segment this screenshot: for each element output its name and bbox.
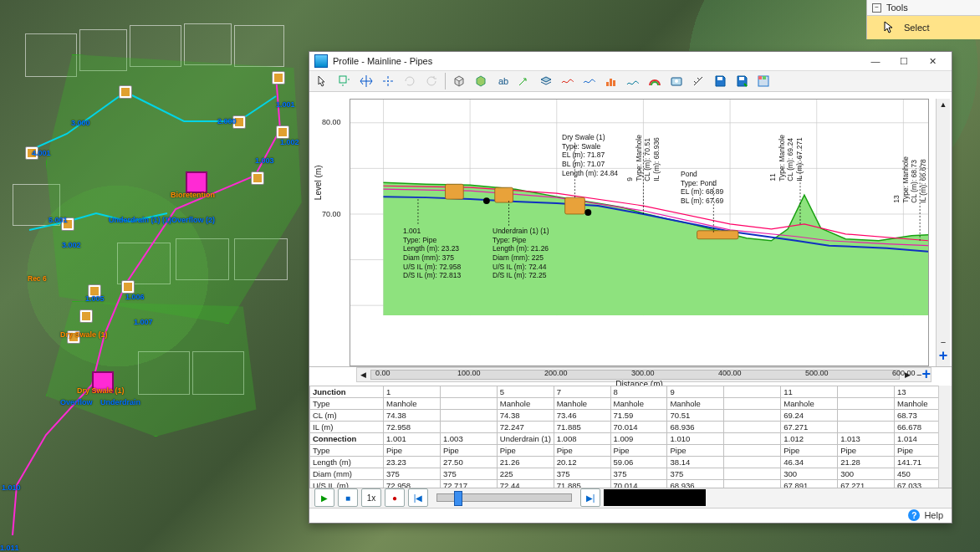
tools-panel: − Tools Select (866, 0, 980, 39)
zoom-out-icon[interactable]: − (941, 337, 946, 347)
zoom-extents-icon[interactable] (378, 71, 398, 91)
swc-label: Bioretention (171, 191, 215, 199)
time-slider[interactable] (436, 493, 572, 502)
svg-rect-11 (758, 76, 762, 79)
screenshot-icon[interactable] (666, 71, 687, 91)
step-forward-button[interactable]: ▶| (580, 488, 600, 507)
tool-select[interactable]: Select (867, 16, 980, 39)
close-button[interactable]: ✕ (918, 52, 947, 70)
node-label: 1.006 (125, 293, 145, 301)
help-label[interactable]: Help (924, 510, 943, 520)
save-as-icon[interactable] (732, 71, 752, 91)
measure-icon[interactable] (688, 71, 708, 91)
pipe-label: Overflow (2) (171, 216, 215, 224)
node-label: 1.010 (2, 483, 21, 492)
help-icon[interactable]: ? (908, 509, 920, 521)
svg-rect-5 (613, 80, 615, 86)
profile-chart[interactable]: 80.00 70.00 (350, 99, 929, 366)
node-label: 1.011 (0, 544, 19, 552)
node-label: 1.001 (276, 100, 295, 109)
svg-rect-27 (565, 197, 585, 214)
rainbow-icon[interactable] (645, 71, 665, 91)
pan-icon[interactable] (356, 71, 376, 91)
chart-vertical-scrollbar[interactable]: ▲ − + (936, 99, 950, 366)
svg-rect-26 (495, 187, 513, 202)
record-button[interactable]: ● (385, 488, 405, 507)
zoom-in-h-icon[interactable]: + (921, 365, 931, 383)
scroll-left-icon[interactable]: ◀ (357, 371, 369, 379)
x-tick: 200.00 (544, 369, 568, 377)
tools-title: Tools (886, 3, 908, 13)
connection-header: Connection (310, 432, 384, 444)
play-button[interactable]: ▶ (314, 488, 334, 507)
svg-rect-25 (446, 184, 464, 199)
help-bar: ? Help (309, 509, 952, 523)
annotation-manhole-11: 11 Type: Manhole CL (m): 69.24 IL (m): 6… (768, 135, 804, 181)
node-label: 5.001 (48, 216, 68, 224)
refresh-icon[interactable] (421, 71, 442, 91)
swc-label: Dry Swale (1) (77, 386, 125, 395)
app-icon (314, 54, 328, 68)
pipe-label: Underdrain (1) (1) (109, 216, 171, 224)
rotate-icon[interactable] (400, 71, 420, 91)
result-icon[interactable] (601, 71, 621, 91)
svg-rect-0 (339, 76, 346, 83)
svg-rect-28 (697, 231, 738, 239)
node-label: 1.005 (85, 294, 105, 303)
time-readout (604, 489, 706, 506)
node-label: 1.007 (134, 318, 153, 326)
svg-rect-8 (717, 77, 722, 80)
node-label: 4.001 (32, 149, 51, 157)
swc-label: Dry Swale (1) (60, 330, 108, 339)
svg-point-29 (483, 197, 490, 204)
maximize-button[interactable]: ☐ (890, 52, 918, 70)
x-tick: 500.00 (805, 369, 829, 377)
zoom-window-icon[interactable] (334, 71, 355, 91)
tools-header[interactable]: − Tools (867, 0, 980, 16)
playback-controls: ▶ ■ 1x ● |◀ ▶| (309, 488, 952, 509)
window-title: Profile - Mainline - Pipes (333, 56, 861, 66)
speed-button[interactable]: 1x (361, 488, 381, 507)
title-bar[interactable]: Profile - Mainline - Pipes — ☐ ✕ (309, 52, 952, 71)
data-table[interactable]: Junction 157891113 TypeManholeManholeMan… (309, 386, 952, 488)
svg-rect-4 (610, 79, 612, 86)
x-tick: 300.00 (631, 369, 655, 377)
node-label: 3.002 (62, 241, 81, 249)
node-label: 2.000 (217, 117, 237, 125)
collapse-icon[interactable]: − (872, 3, 881, 13)
table-scrollbar[interactable] (938, 386, 952, 488)
annotation-underdrain: Underdrain (1) (1) Type: Pipe Length (m)… (493, 227, 549, 280)
x-tick: 600.00 (892, 369, 916, 377)
text-icon[interactable]: ab (493, 71, 513, 91)
svg-point-30 (584, 209, 591, 216)
svg-rect-3 (606, 82, 609, 86)
scroll-up-icon[interactable]: ▲ (940, 100, 947, 109)
hgl-icon[interactable] (558, 71, 578, 91)
svg-point-1 (387, 80, 389, 82)
step-back-button[interactable]: |◀ (408, 488, 428, 507)
profile-window: Profile - Mainline - Pipes — ☐ ✕ ab Leve… (309, 51, 952, 524)
zoom-in-icon[interactable]: + (939, 347, 948, 365)
critical-icon[interactable] (623, 71, 643, 91)
cube-fill-icon[interactable] (471, 71, 491, 91)
node-label: 1.003 (255, 156, 274, 165)
y-tick: 70.00 (322, 210, 341, 218)
cursor-icon[interactable] (313, 71, 333, 91)
chart-area: Level (m) 80.00 70.00 (309, 92, 952, 367)
layers-icon[interactable] (536, 71, 556, 91)
y-axis-label: Level (m) (314, 165, 323, 200)
save-icon[interactable] (710, 71, 730, 91)
rec-label: Rec 6 (28, 274, 47, 283)
annotation-pond: Pond Type: Pond EL (m): 68.89 BL (m): 67… (681, 170, 723, 206)
stop-button[interactable]: ■ (338, 488, 358, 507)
egl-icon[interactable] (579, 71, 600, 91)
minimize-button[interactable]: — (861, 52, 890, 70)
x-tick: 100.00 (457, 369, 481, 377)
annotation-manhole-13: 13 Type: Manhole CL (m): 68.73 IL (m): 6… (892, 156, 928, 203)
cursor-icon (884, 21, 896, 34)
export-icon[interactable] (753, 71, 773, 91)
node-label: 3.000 (71, 119, 90, 127)
cube-icon[interactable] (449, 71, 469, 91)
junction-header: Junction (310, 386, 384, 397)
arrow-icon[interactable] (514, 71, 534, 91)
